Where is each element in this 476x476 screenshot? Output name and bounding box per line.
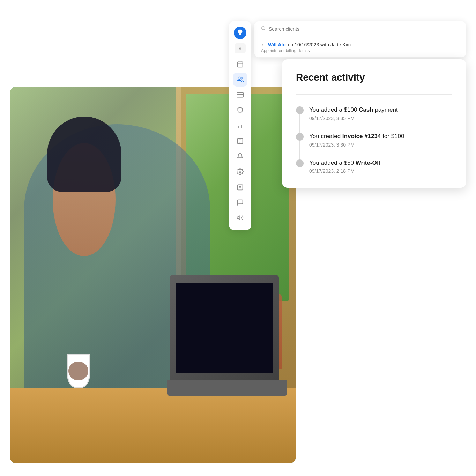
activity-text: You added a $50 Write-Off	[309, 159, 452, 167]
activity-text-prefix: You added a $100	[309, 106, 359, 113]
breadcrumb: ← Will Alo on 10/16/2023 with Jade Kim	[261, 42, 459, 47]
search-bar	[254, 21, 466, 37]
sidebar: »	[229, 21, 251, 230]
sidebar-item-announcements[interactable]	[233, 211, 247, 225]
activity-dot	[296, 106, 304, 114]
activity-divider	[296, 94, 452, 95]
activity-dot	[296, 159, 304, 167]
app-logo	[234, 27, 246, 39]
svg-point-4	[238, 77, 240, 80]
sidebar-item-billing[interactable]	[233, 88, 247, 102]
activity-timestamp: 09/17/2023, 3:35 PM	[309, 116, 452, 121]
appointment-info: on 10/16/2023 with Jade Kim	[288, 42, 351, 47]
activity-item: You added a $100 Cash payment 09/17/2023…	[296, 106, 452, 132]
collapse-button[interactable]: »	[235, 43, 246, 53]
activity-text-bold: Cash	[359, 106, 373, 113]
activity-content: You added a $50 Write-Off 09/17/2023, 2:…	[309, 159, 452, 174]
activity-text-suffix: for $100	[381, 133, 404, 140]
activity-timestamp: 09/17/2023, 3:30 PM	[309, 142, 452, 148]
svg-point-16	[239, 186, 241, 188]
activity-text-bold: Write-Off	[356, 159, 381, 166]
activity-text: You added a $100 Cash payment	[309, 106, 452, 114]
activity-content: You created Invoice #1234 for $100 09/17…	[309, 132, 452, 148]
svg-point-14	[239, 171, 241, 173]
sidebar-item-notifications[interactable]	[233, 149, 247, 163]
activity-card: Recent activity You added a $100 Cash pa…	[282, 59, 466, 188]
activity-timestamp: 09/17/2023, 2:18 PM	[309, 168, 452, 174]
background-photo	[10, 87, 296, 463]
back-arrow-icon[interactable]: ←	[261, 42, 266, 47]
svg-rect-15	[238, 185, 243, 190]
svg-line-20	[265, 29, 266, 30]
svg-marker-18	[237, 216, 240, 220]
client-name-link[interactable]: Will Alo	[268, 42, 286, 47]
activity-text: You created Invoice #1234 for $100	[309, 132, 452, 141]
sidebar-item-calendar[interactable]	[233, 57, 247, 71]
activity-content: You added a $100 Cash payment 09/17/2023…	[309, 106, 452, 121]
content-header: ← Will Alo on 10/16/2023 with Jade Kim A…	[254, 37, 466, 58]
sidebar-item-clients[interactable]	[233, 73, 247, 87]
main-panel: ← Will Alo on 10/16/2023 with Jade Kim A…	[254, 21, 466, 58]
page-subtitle: Appointment billing details	[261, 48, 459, 53]
search-icon	[261, 26, 266, 32]
svg-rect-0	[238, 62, 243, 67]
activity-text-bold: Invoice #1234	[342, 133, 381, 140]
chevron-right-icon: »	[239, 45, 241, 51]
svg-point-19	[262, 27, 265, 30]
sidebar-item-messages[interactable]	[233, 195, 247, 209]
sidebar-item-security[interactable]	[233, 103, 247, 117]
svg-rect-5	[237, 92, 243, 97]
activity-dot	[296, 133, 304, 141]
activity-list: You added a $100 Cash payment 09/17/2023…	[296, 106, 452, 174]
activity-text-prefix: You created	[309, 133, 342, 140]
sidebar-item-settings[interactable]	[233, 165, 247, 179]
activity-title: Recent activity	[296, 72, 452, 83]
sidebar-item-documents[interactable]	[233, 134, 247, 148]
activity-text-prefix: You added a $50	[309, 159, 356, 166]
activity-item: You added a $50 Write-Off 09/17/2023, 2:…	[296, 159, 452, 174]
search-input[interactable]	[269, 26, 459, 32]
activity-item: You created Invoice #1234 for $100 09/17…	[296, 132, 452, 159]
activity-text-suffix: payment	[373, 106, 398, 113]
sidebar-item-reports[interactable]	[233, 119, 247, 133]
sidebar-item-scheduler[interactable]	[233, 180, 247, 194]
